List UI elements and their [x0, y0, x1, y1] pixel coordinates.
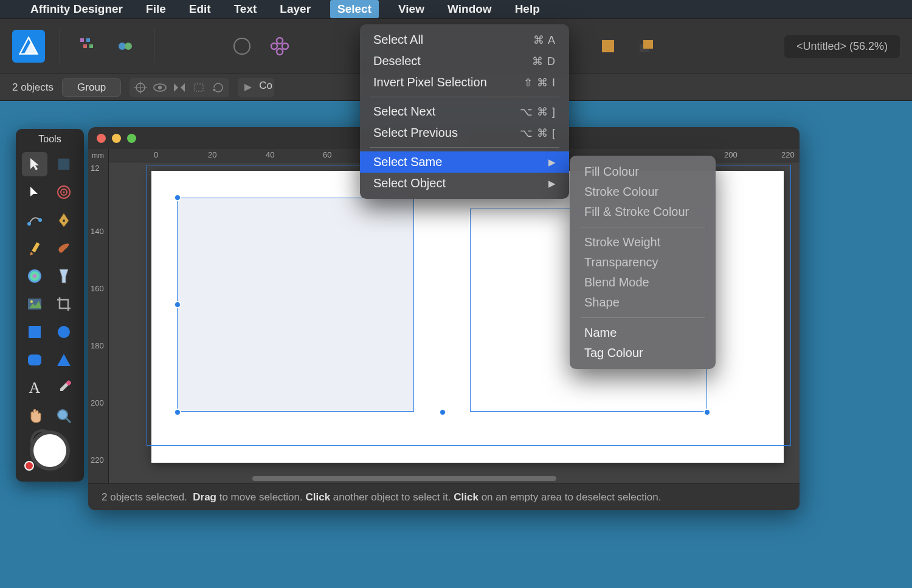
menu-file[interactable]: File [142, 1, 170, 17]
tool-artboard[interactable] [51, 152, 77, 176]
tool-text[interactable]: A [22, 376, 47, 400]
menu-item-select-next[interactable]: Select Next⌥ ⌘ ] [360, 101, 569, 122]
tool-eyedropper[interactable] [51, 376, 77, 400]
handle-icon[interactable] [174, 301, 181, 308]
horizontal-scrollbar[interactable] [210, 476, 678, 482]
select-same-submenu: Fill Colour Stroke Colour Fill & Stroke … [570, 156, 716, 369]
menu-view[interactable]: View [395, 1, 428, 17]
minimize-icon[interactable] [112, 134, 121, 143]
svg-line-49 [66, 418, 71, 423]
toolbar-shape-icon[interactable] [229, 33, 255, 60]
tool-triangle[interactable] [51, 348, 77, 372]
svg-rect-15 [643, 40, 653, 49]
svg-point-48 [58, 410, 67, 420]
menu-window[interactable]: Window [444, 1, 496, 17]
svg-rect-23 [195, 84, 203, 91]
tool-hand[interactable] [22, 404, 47, 428]
show-hide-icon[interactable] [151, 80, 169, 95]
transform-icon[interactable] [190, 80, 208, 95]
menu-text[interactable]: Text [230, 1, 261, 17]
tool-direct-select[interactable] [22, 180, 47, 204]
menu-select[interactable]: Select [330, 0, 379, 18]
flip-h-icon[interactable] [170, 80, 188, 95]
persona-pixel-icon[interactable] [112, 33, 139, 60]
tool-node[interactable] [22, 208, 47, 232]
tool-pen[interactable] [51, 208, 77, 232]
svg-point-37 [63, 192, 65, 193]
svg-marker-34 [30, 187, 38, 196]
submenu-name[interactable]: Name [570, 323, 716, 343]
svg-rect-2 [80, 38, 84, 42]
tool-rectangle[interactable] [22, 320, 47, 344]
traffic-lights[interactable] [97, 134, 136, 143]
submenu-stroke-weight[interactable]: Stroke Weight [570, 232, 716, 252]
svg-point-38 [27, 222, 31, 226]
menu-layer[interactable]: Layer [276, 1, 314, 17]
menu-item-deselect[interactable]: Deselect⌘ D [360, 50, 569, 72]
svg-rect-5 [89, 44, 93, 48]
tool-zoom[interactable] [51, 404, 77, 428]
select-menu: Select All⌘ A Deselect⌘ D Invert Pixel S… [360, 24, 569, 199]
svg-marker-42 [30, 252, 33, 255]
menu-item-select-object[interactable]: Select Object▶ [360, 173, 569, 194]
group-button[interactable]: Group [62, 78, 121, 97]
tool-brush[interactable] [51, 236, 77, 260]
menu-item-select-all[interactable]: Select All⌘ A [360, 29, 569, 50]
svg-rect-41 [32, 242, 40, 252]
svg-marker-1 [24, 42, 38, 54]
submenu-stroke-colour[interactable]: Stroke Colour [570, 182, 716, 202]
status-text: 2 objects selected. Drag to move selecti… [102, 491, 661, 503]
svg-rect-4 [83, 44, 87, 48]
rotate-icon[interactable] [209, 80, 227, 95]
submenu-shape[interactable]: Shape [570, 292, 716, 313]
menu-item-select-previous[interactable]: Select Previous⌥ ⌘ [ [360, 122, 569, 144]
svg-marker-24 [213, 89, 216, 92]
handle-icon[interactable] [439, 409, 446, 416]
submenu-tag-colour[interactable]: Tag Colour [570, 343, 716, 363]
menu-help[interactable]: Help [511, 1, 544, 17]
convert-group: Co [238, 78, 274, 97]
tool-rounded-rect[interactable] [22, 348, 47, 372]
persona-designer-icon[interactable] [75, 33, 102, 60]
svg-rect-3 [86, 38, 90, 42]
tool-move[interactable] [22, 152, 47, 176]
ruler-unit: mm [92, 151, 104, 160]
tools-color-swatch[interactable] [16, 432, 84, 473]
menu-item-select-same[interactable]: Select Same▶ [360, 151, 569, 173]
tool-fill[interactable] [22, 264, 47, 288]
svg-point-43 [28, 269, 41, 283]
svg-point-10 [271, 43, 277, 49]
handle-icon[interactable] [174, 194, 181, 201]
convert-curves-icon[interactable] [240, 80, 258, 95]
ruler-vertical[interactable]: mm 12 140 160 180 200 220 [88, 149, 109, 483]
document-title-field[interactable]: <Untitled> (56.2%) [784, 35, 900, 58]
submenu-fill-colour[interactable]: Fill Colour [570, 162, 716, 182]
app-icon [12, 30, 45, 63]
svg-point-9 [277, 49, 283, 55]
handle-icon[interactable] [703, 409, 711, 416]
tool-target[interactable] [51, 180, 77, 204]
close-icon[interactable] [97, 134, 106, 143]
convert-label: Co [259, 80, 272, 95]
menu-edit[interactable]: Edit [185, 1, 215, 17]
tool-crop[interactable] [51, 292, 77, 316]
tool-ellipse[interactable] [51, 320, 77, 344]
toolbar-orange-sq-icon[interactable] [595, 33, 621, 60]
svg-point-7 [125, 43, 132, 50]
toolbar-flower-icon[interactable] [266, 33, 293, 60]
menu-item-invert-pixel[interactable]: Invert Pixel Selection⇧ ⌘ I [360, 72, 569, 93]
selected-rect-1[interactable] [177, 198, 414, 412]
tool-pencil[interactable] [22, 236, 47, 260]
maximize-icon[interactable] [127, 134, 136, 143]
svg-point-40 [63, 220, 65, 222]
tool-glass[interactable] [51, 264, 77, 288]
handle-icon[interactable] [174, 409, 181, 416]
align-center-icon[interactable] [131, 80, 150, 95]
app-name[interactable]: Affinity Designer [27, 1, 126, 17]
submenu-transparency[interactable]: Transparency [570, 252, 716, 272]
tool-picture[interactable] [22, 292, 47, 316]
toolbar-layers-icon[interactable] [632, 33, 659, 60]
submenu-fill-stroke-colour[interactable]: Fill & Stroke Colour [570, 202, 716, 222]
svg-marker-21 [174, 83, 178, 92]
submenu-blend-mode[interactable]: Blend Mode [570, 272, 716, 292]
